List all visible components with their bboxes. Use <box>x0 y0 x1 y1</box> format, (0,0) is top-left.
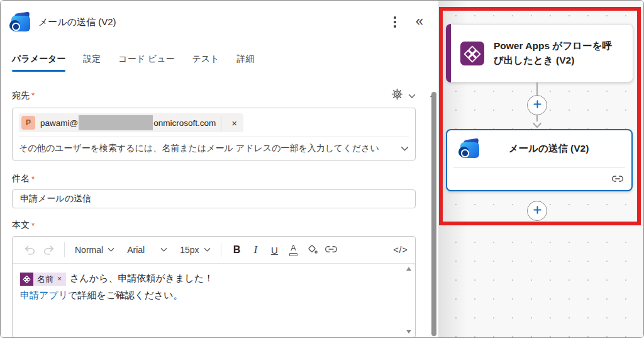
italic-button[interactable]: I <box>247 240 265 259</box>
paragraph-style-dropdown[interactable]: Normal <box>71 245 118 255</box>
connector-line <box>536 82 538 95</box>
chevron-down-icon <box>408 90 416 101</box>
insert-action-button[interactable] <box>527 201 547 221</box>
ellipsis-vertical-icon <box>394 21 396 23</box>
tab-test[interactable]: テスト <box>192 51 219 72</box>
to-field-label: 宛先 <box>12 90 30 101</box>
editor-toolbar: Normal Arial 15px B I <box>13 237 415 263</box>
body-text-line2: で詳細をご確認ください。 <box>68 290 182 300</box>
required-marker: * <box>31 174 35 184</box>
remove-recipient-button[interactable]: × <box>226 118 242 128</box>
body-rich-text-editor: Normal Arial 15px B I <box>12 236 416 338</box>
plus-icon <box>533 99 542 111</box>
redo-button[interactable] <box>39 240 58 259</box>
chip-divider <box>221 116 221 130</box>
parameters-form: 宛先 * <box>1 72 438 338</box>
subject-field-label: 件名 <box>12 173 30 184</box>
gear-icon <box>391 88 403 103</box>
panel-scrollbar[interactable] <box>430 82 437 336</box>
insert-link-button[interactable] <box>322 240 341 259</box>
link-icon <box>325 244 338 256</box>
font-family-dropdown[interactable]: Arial <box>123 245 171 255</box>
to-options-chevron[interactable] <box>408 90 416 101</box>
divider <box>453 167 625 168</box>
code-view-button[interactable]: </> <box>391 240 410 259</box>
font-size-dropdown[interactable]: 15px <box>176 245 214 255</box>
chip-label: 名前 <box>37 271 53 288</box>
plus-icon <box>533 205 542 217</box>
highlight-color-button[interactable] <box>303 240 322 259</box>
bold-button[interactable]: B <box>228 240 247 259</box>
body-text-line1: さんから、申請依頼がきました！ <box>70 273 213 283</box>
recipient-email: pawami@onmicrosoft.com <box>40 115 216 130</box>
more-options-button[interactable] <box>387 14 403 30</box>
panel-tabs: パラメーター 設定 コード ビュー テスト 詳細 <box>1 51 438 72</box>
scroll-down-icon[interactable] <box>406 330 411 334</box>
redacted-block <box>79 115 153 130</box>
remove-chip-button[interactable]: × <box>57 271 62 288</box>
toolbar-divider <box>221 242 221 257</box>
connection-link-icon[interactable] <box>611 174 624 185</box>
outlook-icon <box>9 11 31 33</box>
subject-input[interactable]: 申請メールの送信 <box>12 189 416 208</box>
toolbar-divider <box>64 242 65 257</box>
power-apps-icon <box>20 273 33 286</box>
font-color-button[interactable]: A <box>284 240 303 259</box>
insert-action-button[interactable] <box>527 95 547 115</box>
collapse-panel-button[interactable]: « <box>416 14 423 30</box>
required-marker: * <box>31 91 35 100</box>
body-link[interactable]: 申請アプリ <box>20 290 68 300</box>
underline-button[interactable]: U <box>265 240 284 259</box>
flow-editor-window: メールの送信 (V2) « パラメーター 設定 コード ビュー テスト 詳細 宛… <box>0 0 644 338</box>
tab-settings[interactable]: 設定 <box>83 51 101 72</box>
tab-parameters[interactable]: パラメーター <box>12 51 65 72</box>
tab-details[interactable]: 詳細 <box>237 51 255 72</box>
paint-bucket-icon <box>306 243 318 257</box>
dynamic-content-chip[interactable]: 名前× <box>20 273 66 286</box>
trigger-card-title: Power Apps がフローを呼び出したとき (V2) <box>494 39 619 67</box>
body-field-label: 本文 <box>12 220 30 231</box>
trigger-card-power-apps[interactable]: Power Apps がフローを呼び出したとき (V2) <box>446 24 633 82</box>
scroll-up-icon[interactable] <box>406 267 411 271</box>
action-card-title: メールの送信 (V2) <box>490 142 589 155</box>
action-config-panel: メールの送信 (V2) « パラメーター 設定 コード ビュー テスト 詳細 宛… <box>1 1 438 337</box>
avatar: P <box>21 116 35 130</box>
to-advanced-settings-button[interactable] <box>391 88 403 103</box>
recipient-chip[interactable]: P pawami@onmicrosoft.com × <box>19 113 243 132</box>
required-marker: * <box>31 221 35 230</box>
tab-code-view[interactable]: コード ビュー <box>118 51 174 72</box>
action-card-send-email[interactable]: メールの送信 (V2) <box>446 129 633 191</box>
to-search-input[interactable]: その他のユーザーを検索するには、名前またはメール アドレスの一部を入力してくださ… <box>13 137 415 160</box>
to-search-placeholder: その他のユーザーを検索するには、名前またはメール アドレスの一部を入力してくださ… <box>19 143 401 154</box>
to-field: P pawami@onmicrosoft.com × その他のユーザーを検索する… <box>12 108 416 161</box>
undo-button[interactable] <box>20 240 39 259</box>
flow-canvas[interactable]: Power Apps がフローを呼び出したとき (V2) メールの送信 (V2) <box>438 1 643 337</box>
chevron-down-icon[interactable] <box>401 143 409 154</box>
outlook-icon <box>458 138 480 159</box>
scrollbar-thumb[interactable] <box>431 92 436 336</box>
power-apps-icon <box>460 42 484 65</box>
panel-header: メールの送信 (V2) « <box>1 1 438 41</box>
body-content[interactable]: 名前×さんから、申請依頼がきました！ 申請アプリで詳細をご確認ください。 <box>13 264 415 309</box>
font-color-icon: A <box>289 244 297 256</box>
panel-title: メールの送信 (V2) <box>38 16 116 28</box>
editor-scrollbar[interactable] <box>404 267 413 334</box>
